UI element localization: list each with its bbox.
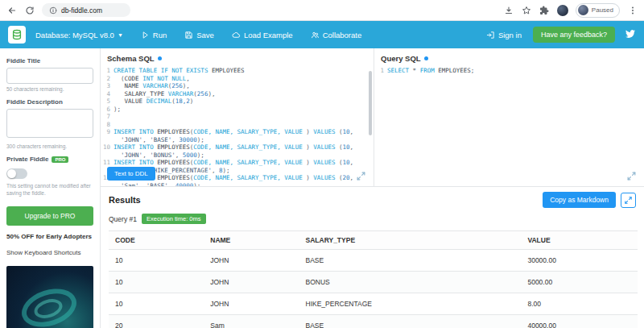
code-line: 'Sam', 'BASE', 40000); [101, 182, 374, 187]
execution-time-badge: Execution time: 0ms [142, 214, 206, 224]
extensions-icon[interactable] [539, 5, 550, 15]
copy-as-markdown-button[interactable]: Copy as Markdown [543, 192, 616, 208]
private-fiddle-label: Private Fiddle [6, 156, 48, 163]
feedback-button[interactable]: Have any feedback? [533, 27, 615, 43]
editor-panels: Schema SQL 1CREATE TABLE IF NOT EXISTS E… [101, 48, 644, 187]
upgrade-pro-button[interactable]: Upgrade to PRO [6, 206, 93, 226]
run-button[interactable]: Run [141, 31, 167, 39]
line-number: 1 [101, 67, 114, 75]
database-selector[interactable]: Database: MySQL v8.0 ▼ [35, 31, 123, 39]
line-number: 1 [374, 67, 387, 75]
results-section: Results Copy as Markdown Query #1 Execut… [101, 187, 644, 328]
download-icon[interactable] [504, 5, 514, 15]
save-button[interactable]: Save [184, 31, 214, 39]
text-to-ddl-button[interactable]: Text to DDL [107, 167, 155, 181]
table-cell: Sam [204, 315, 299, 328]
line-number: 4 [101, 90, 114, 98]
site-info-icon[interactable] [49, 6, 57, 15]
offer-text: 50% OFF for Early Adopters [6, 233, 93, 240]
table-cell: JOHN [204, 272, 299, 293]
extension-avatar-icon[interactable] [557, 5, 568, 16]
line-number: 8 [101, 121, 114, 129]
query-expand-icon[interactable] [626, 170, 637, 181]
fiddle-description-label: Fiddle Description [6, 98, 93, 106]
query-panel-title: Query SQL [381, 54, 421, 63]
db-fiddle-logo[interactable] [8, 26, 26, 44]
line-number [101, 152, 114, 160]
code-line: 'JOHN', 'BONUS', 5000); [101, 152, 374, 160]
cloud-icon [232, 31, 241, 39]
table-cell: BONUS [299, 272, 522, 293]
code-line: 7 [101, 113, 374, 121]
app-header: Database: MySQL v8.0 ▼ Run Save Load Exa… [0, 21, 644, 48]
bookmark-star-icon[interactable] [522, 5, 532, 15]
run-label: Run [153, 31, 167, 39]
keyboard-shortcuts-link[interactable]: Show Keyboard Shortcuts [6, 249, 93, 256]
column-header: NAME [204, 231, 299, 250]
code-line: 5 VALUE DECIMAL(18,2) [101, 98, 374, 106]
load-example-button[interactable]: Load Example [232, 31, 293, 39]
load-example-label: Load Example [244, 31, 293, 39]
line-number: 5 [101, 98, 114, 106]
private-fiddle-note: This setting cannot be modified after sa… [6, 183, 93, 197]
collaborate-button[interactable]: Collaborate [311, 31, 362, 39]
table-cell: 10 [109, 293, 204, 315]
sign-in-icon [486, 31, 495, 39]
carbon-ad-image[interactable] [6, 266, 93, 328]
line-number [101, 136, 114, 144]
column-header: CODE [109, 231, 204, 250]
profile-paused-button[interactable]: Paused [576, 3, 620, 18]
back-icon[interactable] [6, 5, 17, 15]
description-chars-remaining: 300 characters remaining. [6, 143, 93, 149]
results-table: CODENAMESALARY_TYPEVALUE 10JOHNBASE30000… [109, 230, 638, 328]
table-cell: HIKE_PERCENTAGE [299, 293, 522, 315]
schema-panel-title: Schema SQL [107, 54, 155, 63]
code-line: 2 (CODE INT NOT NULL, [101, 75, 374, 83]
column-header: VALUE [521, 231, 638, 250]
collaborate-label: Collaborate [323, 31, 362, 39]
table-header-row: CODENAMESALARY_TYPEVALUE [109, 231, 638, 250]
code-line: 1SELECT * FROM EMPLOYEES; [374, 67, 644, 75]
line-number: 3 [101, 82, 114, 90]
code-line: 10INSERT INTO EMPLOYEES(CODE, NAME, SALA… [101, 143, 374, 152]
schema-expand-icon[interactable] [356, 170, 366, 181]
column-header: SALARY_TYPE [299, 231, 522, 250]
code-line: 6); [101, 106, 374, 114]
fiddle-title-input[interactable] [6, 68, 93, 84]
line-number: 2 [101, 75, 114, 83]
code-line: 8 [101, 121, 374, 129]
play-icon [141, 31, 150, 39]
private-fiddle-toggle[interactable] [6, 168, 27, 179]
table-cell: BASE [299, 250, 522, 272]
line-number [101, 182, 114, 187]
table-row: 20SamBASE40000.00 [109, 315, 638, 328]
title-chars-remaining: 50 characters remaining. [6, 86, 93, 92]
url-text: db-fiddle.com [61, 6, 102, 15]
twitter-icon[interactable] [625, 27, 636, 42]
sidebar: Fiddle Title 50 characters remaining. Fi… [0, 48, 101, 328]
query-number-label: Query #1 [109, 215, 137, 223]
profile-avatar [578, 5, 588, 15]
table-cell: 10 [109, 272, 204, 293]
line-number: 11 [101, 159, 114, 167]
address-bar[interactable]: db-fiddle.com [42, 3, 130, 17]
reload-icon[interactable] [24, 5, 35, 15]
results-expand-button[interactable] [621, 193, 636, 208]
table-row: 10JOHNBASE30000.00 [109, 250, 638, 272]
schema-panel: Schema SQL 1CREATE TABLE IF NOT EXISTS E… [101, 48, 374, 186]
code-line: 11INSERT INTO EMPLOYEES(CODE, NAME, SALA… [101, 159, 374, 167]
save-label: Save [196, 31, 214, 39]
schema-scrollbar[interactable] [369, 71, 372, 135]
fiddle-description-input[interactable] [6, 109, 93, 138]
query-editor[interactable]: 1SELECT * FROM EMPLOYEES; [374, 67, 644, 75]
code-line: 4 SALARY_TYPE VARCHAR(256), [101, 90, 374, 98]
browser-menu-icon[interactable] [627, 5, 638, 15]
table-cell: 40000.00 [521, 315, 638, 328]
sign-in-label: Sign in [498, 31, 522, 39]
sign-in-button[interactable]: Sign in [486, 31, 522, 39]
table-row: 10JOHNHIKE_PERCENTAGE8.00 [109, 293, 638, 315]
database-selector-label: Database: MySQL v8.0 [35, 31, 114, 39]
table-cell: JOHN [204, 250, 299, 272]
modified-indicator-dot [158, 56, 162, 60]
modified-indicator-dot [424, 56, 428, 60]
